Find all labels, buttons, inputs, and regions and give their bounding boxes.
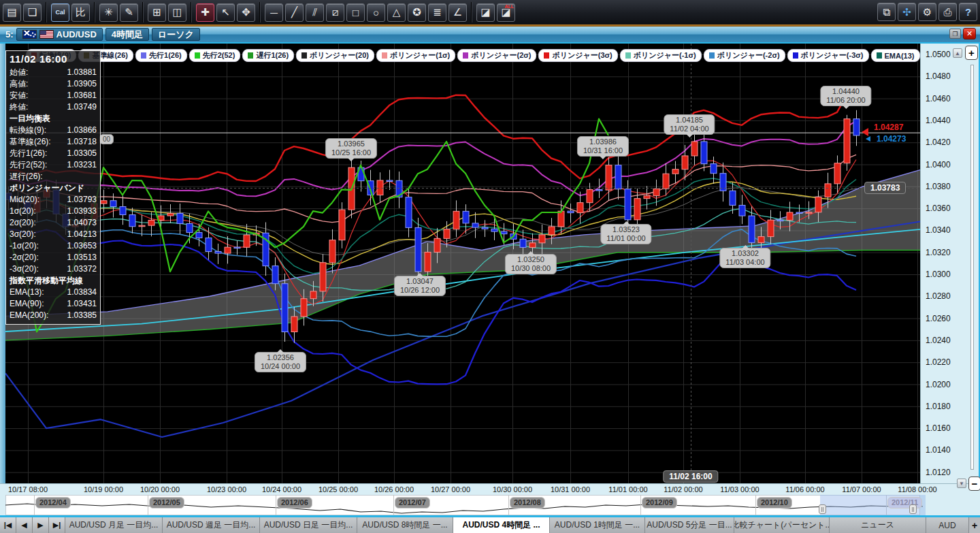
polygon-button[interactable]: ✪ — [408, 3, 426, 22]
timeframe-button[interactable]: 4時間足 — [105, 28, 149, 41]
annotation-time: 11/06 20:00 — [826, 96, 865, 105]
window-layout-button[interactable]: ⧉ — [877, 3, 896, 21]
annotation-price: 1.03302 — [725, 249, 764, 258]
parallel-lines-button[interactable]: ⫽ — [306, 3, 324, 22]
legend-chip-252[interactable]: 先行2(52) — [189, 49, 241, 62]
price-tick-label: 1.0480 — [926, 71, 951, 81]
horizontal-line-button[interactable]: ─ — [265, 3, 283, 22]
month-label[interactable]: 2012/08 — [510, 497, 545, 508]
chart-tab[interactable]: AUD/USD 週足 一目均... — [163, 517, 260, 533]
candlestick-chart[interactable] — [5, 44, 920, 483]
legend-chip-1[interactable]: ボリンジャー(1σ) — [376, 49, 455, 62]
info-row-value: 1.03372 — [67, 263, 97, 275]
print-button[interactable]: ⎙ — [938, 3, 957, 21]
toolbar-separator — [191, 2, 192, 22]
help-button[interactable]: ? — [959, 3, 977, 21]
legend-chip--3[interactable]: ボリンジャー(-3σ) — [787, 49, 869, 62]
triangle-button[interactable]: △ — [387, 3, 406, 22]
legend-chip-label: ボリンジャー(1σ) — [390, 50, 450, 61]
pan-hand-button[interactable]: ✥ — [237, 3, 255, 22]
node-graph-button[interactable]: ✳ — [99, 3, 118, 22]
chart-tab[interactable]: AUD/USD 8時間足 一... — [357, 517, 453, 533]
fibonacci-lines-button[interactable]: ≣ — [428, 3, 446, 22]
annotation-price: 1.03523 — [606, 225, 645, 234]
bid-arrow-icon — [866, 136, 870, 142]
eraser-button[interactable]: ◪ — [476, 3, 495, 22]
price-chart-area[interactable]: 転換線(9)基準線(26)先行1(26)先行2(52)遅行1(26)ボリンジャー… — [5, 44, 920, 483]
add-chart-tab-button[interactable]: + — [969, 517, 980, 533]
symbol-button[interactable]: AUD/USD — [16, 28, 103, 41]
month-label[interactable]: 2012/10 — [757, 497, 792, 508]
scroll-up-button[interactable]: ▲ — [953, 48, 962, 58]
data-window-button[interactable]: ▤ — [3, 3, 21, 22]
legend-chip-EMA13[interactable]: EMA(13) — [871, 49, 920, 62]
legend-chip--1[interactable]: ボリンジャー(-1σ) — [620, 49, 702, 62]
scroll-down-button[interactable]: ▼ — [957, 479, 966, 488]
info-row-label: EMA(90): — [10, 298, 44, 310]
legend-chip-126[interactable]: 遅行1(26) — [242, 49, 294, 62]
annotation-price: 1.03047 — [400, 277, 440, 286]
zoom-in-button[interactable]: + — [965, 46, 978, 60]
tab-nav-last-button[interactable]: ▶| — [49, 517, 65, 533]
window-settings-button[interactable]: ⊞ — [148, 3, 166, 22]
tab-nav-prev-button[interactable]: ◀ — [16, 517, 33, 533]
window-close-button[interactable]: ✕ — [963, 28, 976, 39]
chart-tab[interactable]: ニュース — [830, 517, 926, 533]
rectangle-button[interactable]: □ — [346, 3, 365, 22]
info-row-value: 1.03933 — [67, 206, 97, 217]
zoom-out-button[interactable]: − — [968, 477, 980, 491]
cursor-button[interactable]: ↖ — [216, 3, 235, 22]
window-restore-button[interactable]: ❐ — [949, 29, 961, 39]
time-tick-label: 10/25 00:00 — [318, 485, 358, 494]
range-grip-left[interactable] — [819, 504, 826, 514]
calendar-button[interactable]: Cal — [51, 3, 69, 22]
chart-tab[interactable]: AUD/USD 5分足 一目... — [645, 517, 734, 533]
crosshair-button[interactable]: ✚ — [196, 3, 214, 22]
legend-chip-126[interactable]: 先行1(26) — [135, 49, 187, 62]
compare-button[interactable]: 比 — [71, 3, 90, 22]
info-row: 先行2(52):1.03231 — [10, 159, 97, 171]
chart-tab[interactable]: AUD/USD 日足 一目均... — [260, 517, 357, 533]
swing-annotation: 1.0325010/30 08:00 — [505, 254, 557, 274]
v-scrollbar-track[interactable] — [970, 65, 974, 470]
legend-chip-label: ボリンジャー(-3σ) — [801, 50, 864, 61]
month-label[interactable]: 2012/04 — [35, 497, 71, 508]
legend-chip--2[interactable]: ボリンジャー(-2σ) — [704, 49, 785, 62]
month-label[interactable]: 2012/09 — [642, 497, 677, 508]
info-row-label: -2σ(20): — [10, 252, 39, 263]
erase-all-button[interactable]: ◪ALL — [497, 3, 515, 22]
legend-chip-label: 先行2(52) — [203, 50, 235, 61]
legend-chip-3[interactable]: ボリンジャー(3σ) — [538, 49, 617, 62]
copy-chart-button[interactable]: ❏ — [23, 3, 42, 22]
month-label[interactable]: 2012/11 — [887, 497, 922, 508]
crossing-line-button[interactable]: ⧄ — [326, 3, 344, 22]
chart-tab[interactable]: AUD/USD 4時間足 ... — [453, 517, 550, 533]
time-axis[interactable]: 10/17 08:0010/19 00:0010/20 00:0010/23 0… — [0, 483, 980, 495]
fullscreen-button[interactable]: ✣ — [898, 3, 916, 21]
indicator-legend-bar: 転換線(9)基準線(26)先行1(26)先行2(52)遅行1(26)ボリンジャー… — [26, 49, 920, 62]
trend-line-button[interactable]: ╱ — [285, 3, 304, 22]
chart-tab[interactable]: AUD/USD 1時間足 一... — [550, 517, 645, 533]
chart-tab[interactable]: 比較チャート(パーセント... — [734, 517, 830, 533]
annotation-time: 11/01 00:00 — [606, 234, 645, 243]
angle-line-button[interactable]: ∠ — [448, 3, 467, 22]
ellipse-button[interactable]: ○ — [367, 3, 385, 22]
save-button[interactable]: ◫ — [168, 3, 186, 22]
chart-tab[interactable]: AUD/USD 月足 一目均... — [65, 517, 163, 533]
toolbar-separator — [259, 2, 261, 22]
month-label[interactable]: 2012/07 — [395, 497, 430, 508]
tab-nav-next-button[interactable]: ▶ — [33, 517, 49, 533]
draw-edit-button[interactable]: ✎ — [120, 3, 138, 22]
legend-chip-2[interactable]: ボリンジャー(2σ) — [457, 49, 536, 62]
chart-type-button[interactable]: ローソク — [152, 28, 200, 41]
range-grip-right[interactable] — [909, 504, 917, 514]
toolbar-left-group: ▤❏Cal比✳✎⊞◫✚↖✥─╱⫽⧄□○△✪≣∠◪◪ALL — [0, 2, 515, 22]
legend-chip-20[interactable]: ボリンジャー(20) — [296, 49, 374, 62]
tab-nav-first-button[interactable]: |◀ — [0, 517, 16, 533]
month-label[interactable]: 2012/06 — [277, 497, 312, 508]
chart-tab[interactable]: AUD — [926, 517, 969, 533]
month-boundary-line — [276, 495, 276, 515]
month-label[interactable]: 2012/05 — [149, 497, 184, 508]
settings-gear-button[interactable]: ⚙ — [918, 3, 936, 21]
range-navigator[interactable]: 2012/042012/052012/062012/072012/082012/… — [0, 495, 980, 515]
